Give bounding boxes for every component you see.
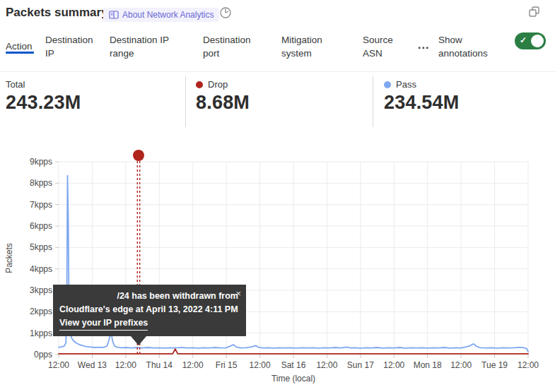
x-tick-label: Sat 16	[281, 360, 306, 370]
tab-source-asn[interactable]: Source ASN	[363, 33, 404, 60]
overlapping-squares-icon	[528, 6, 541, 18]
show-annotations-label: Show annotations	[438, 33, 501, 60]
stat-drop-value: 8.68M	[196, 92, 250, 114]
tab-destination-ip-range[interactable]: Destination IP range	[110, 33, 179, 60]
stat-divider	[373, 76, 373, 127]
view-ip-prefixes-link[interactable]: View your IP prefixes	[59, 316, 148, 331]
toggle-knob	[531, 35, 544, 47]
about-network-analytics-badge[interactable]: About Network Analytics	[103, 8, 219, 22]
x-tick-label: Wed 13	[78, 360, 107, 370]
y-tick-label: 3kpps	[30, 285, 52, 295]
stat-pass-label-row: Pass	[384, 79, 416, 90]
tab-mitigation-system[interactable]: Mitigation system	[281, 33, 338, 60]
y-tick-label: 7kpps	[30, 200, 52, 210]
y-tick-label: 6kpps	[30, 221, 52, 231]
close-icon[interactable]: ×	[235, 287, 241, 300]
x-tick-label: Tue 19	[481, 360, 508, 370]
tooltip-line-2: Cloudflare's edge at April 13, 2022 4:11…	[59, 303, 240, 316]
section-divider	[0, 71, 555, 72]
check-icon: ✓	[520, 35, 527, 45]
x-tick-label: 12:00	[182, 360, 204, 370]
time-period-icon[interactable]	[219, 6, 232, 19]
y-tick-label: 5kpps	[30, 242, 52, 252]
tab-destination-port[interactable]: Destination port	[203, 33, 259, 60]
y-tick-label: 4kpps	[30, 264, 52, 274]
stat-total-value: 243.23M	[6, 92, 81, 114]
x-tick-label: 12:00	[48, 360, 69, 370]
x-tick-label: Mon 18	[414, 360, 442, 370]
stat-drop-label: Drop	[208, 79, 228, 90]
drop-legend-dot	[196, 81, 203, 88]
x-tick-label: 12:00	[250, 360, 271, 370]
show-annotations-toggle[interactable]: ✓	[515, 32, 546, 49]
y-tick-label: 9kpps	[30, 157, 52, 167]
annotation-tooltip: × /24 has been withdrawn from Cloudflare…	[53, 285, 246, 336]
page-title: Packets summary	[6, 6, 108, 20]
more-tabs-icon[interactable]: ...	[418, 39, 429, 52]
x-tick-label: Sun 17	[347, 360, 374, 370]
tooltip-caret	[131, 336, 146, 345]
popout-icon[interactable]	[528, 6, 541, 18]
badge-label: About Network Analytics	[122, 10, 214, 20]
drop-series-line	[59, 349, 528, 354]
stat-divider	[185, 76, 186, 127]
stat-total-label-row: Total	[6, 79, 25, 90]
tab-destination-ip[interactable]: Destination IP	[45, 33, 100, 60]
book-icon	[109, 11, 119, 19]
clock-icon	[219, 6, 232, 19]
x-tick-label: Fri 15	[216, 360, 238, 370]
x-tick-label: 12:00	[518, 360, 539, 370]
annotation-marker-dot	[133, 150, 144, 161]
x-tick-label: 12:00	[450, 360, 472, 370]
stat-pass-value: 234.54M	[384, 92, 459, 114]
x-tick-label: Thu 14	[146, 360, 173, 370]
y-tick-label: 1kpps	[30, 328, 52, 338]
tooltip-line-1: /24 has been withdrawn from	[59, 290, 240, 303]
stat-total-label: Total	[6, 79, 25, 90]
y-axis-title: Packets	[4, 243, 14, 273]
pass-legend-dot	[384, 81, 391, 88]
x-tick-label: 12:00	[115, 360, 136, 370]
active-tab-underline	[6, 52, 34, 54]
x-tick-label: 12:00	[316, 360, 337, 370]
stat-drop-label-row: Drop	[196, 79, 228, 90]
stat-pass-label: Pass	[396, 79, 416, 90]
y-tick-label: 0pps	[34, 350, 52, 360]
y-tick-label: 8kpps	[30, 178, 52, 188]
x-tick-label: 12:00	[383, 360, 404, 370]
x-axis-title: Time (local)	[271, 374, 315, 384]
y-tick-label: 2kpps	[30, 307, 52, 316]
